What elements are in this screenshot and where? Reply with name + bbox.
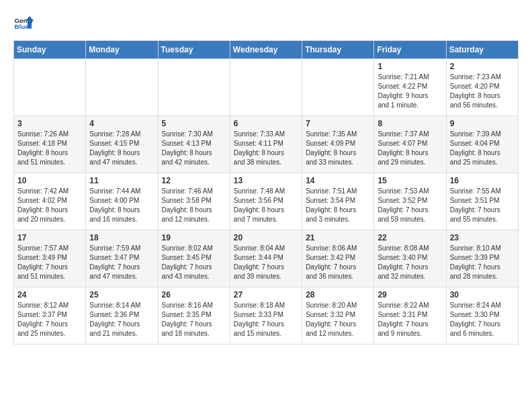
- logo-icon: General Blue: [13, 13, 34, 34]
- calendar-cell: 23Sunrise: 8:10 AM Sunset: 3:39 PM Dayli…: [446, 230, 518, 287]
- day-info: Sunrise: 8:20 AM Sunset: 3:32 PM Dayligh…: [306, 301, 370, 338]
- calendar-cell: 20Sunrise: 8:04 AM Sunset: 3:44 PM Dayli…: [230, 230, 302, 287]
- day-info: Sunrise: 7:23 AM Sunset: 4:20 PM Dayligh…: [450, 73, 515, 110]
- weekday-header-tuesday: Tuesday: [158, 41, 230, 59]
- day-info: Sunrise: 7:44 AM Sunset: 4:00 PM Dayligh…: [89, 187, 154, 224]
- calendar-cell: 22Sunrise: 8:08 AM Sunset: 3:40 PM Dayli…: [374, 230, 446, 287]
- calendar-cell: 12Sunrise: 7:46 AM Sunset: 3:58 PM Dayli…: [158, 173, 230, 230]
- calendar-cell: 1Sunrise: 7:21 AM Sunset: 4:22 PM Daylig…: [374, 59, 446, 116]
- calendar-cell: 21Sunrise: 8:06 AM Sunset: 3:42 PM Dayli…: [302, 230, 374, 287]
- calendar-cell: [302, 59, 374, 116]
- day-info: Sunrise: 7:46 AM Sunset: 3:58 PM Dayligh…: [162, 187, 226, 224]
- day-info: Sunrise: 8:16 AM Sunset: 3:35 PM Dayligh…: [162, 301, 226, 338]
- day-info: Sunrise: 7:33 AM Sunset: 4:11 PM Dayligh…: [234, 130, 298, 167]
- calendar-cell: [14, 59, 86, 116]
- weekday-header-thursday: Thursday: [302, 41, 374, 59]
- day-info: Sunrise: 7:28 AM Sunset: 4:15 PM Dayligh…: [89, 130, 154, 167]
- day-info: Sunrise: 7:26 AM Sunset: 4:18 PM Dayligh…: [17, 130, 82, 167]
- calendar-week-5: 24Sunrise: 8:12 AM Sunset: 3:37 PM Dayli…: [14, 287, 519, 345]
- day-info: Sunrise: 7:59 AM Sunset: 3:47 PM Dayligh…: [89, 244, 154, 281]
- calendar-cell: 9Sunrise: 7:39 AM Sunset: 4:04 PM Daylig…: [446, 116, 518, 173]
- calendar-cell: 29Sunrise: 8:22 AM Sunset: 3:31 PM Dayli…: [374, 287, 446, 345]
- day-info: Sunrise: 8:22 AM Sunset: 3:31 PM Dayligh…: [378, 301, 442, 338]
- calendar-cell: 28Sunrise: 8:20 AM Sunset: 3:32 PM Dayli…: [302, 287, 374, 345]
- calendar-cell: 11Sunrise: 7:44 AM Sunset: 4:00 PM Dayli…: [86, 173, 158, 230]
- day-number: 9: [450, 119, 515, 128]
- day-number: 11: [89, 176, 154, 185]
- day-number: 3: [17, 119, 82, 128]
- svg-text:Blue: Blue: [15, 23, 30, 30]
- day-number: 4: [89, 119, 154, 128]
- day-number: 16: [450, 176, 515, 185]
- day-number: 7: [306, 119, 370, 128]
- day-number: 30: [450, 290, 515, 300]
- day-info: Sunrise: 8:04 AM Sunset: 3:44 PM Dayligh…: [234, 244, 298, 281]
- calendar-cell: 2Sunrise: 7:23 AM Sunset: 4:20 PM Daylig…: [446, 59, 518, 116]
- calendar-table: SundayMondayTuesdayWednesdayThursdayFrid…: [13, 40, 519, 345]
- day-number: 29: [378, 290, 442, 300]
- day-number: 17: [17, 233, 82, 242]
- calendar-cell: 10Sunrise: 7:42 AM Sunset: 4:02 PM Dayli…: [14, 173, 86, 230]
- calendar-cell: 7Sunrise: 7:35 AM Sunset: 4:09 PM Daylig…: [302, 116, 374, 173]
- day-info: Sunrise: 8:14 AM Sunset: 3:36 PM Dayligh…: [89, 301, 154, 338]
- calendar-cell: 26Sunrise: 8:16 AM Sunset: 3:35 PM Dayli…: [158, 287, 230, 345]
- day-number: 25: [89, 290, 154, 300]
- day-number: 6: [234, 119, 298, 128]
- calendar-cell: 5Sunrise: 7:30 AM Sunset: 4:13 PM Daylig…: [158, 116, 230, 173]
- weekday-header-saturday: Saturday: [446, 41, 518, 59]
- weekday-header-monday: Monday: [86, 41, 158, 59]
- page-header: General Blue: [13, 13, 519, 34]
- day-number: 5: [162, 119, 226, 128]
- day-number: 22: [378, 233, 442, 242]
- day-number: 26: [162, 290, 226, 300]
- calendar-cell: 14Sunrise: 7:51 AM Sunset: 3:54 PM Dayli…: [302, 173, 374, 230]
- day-info: Sunrise: 8:24 AM Sunset: 3:30 PM Dayligh…: [450, 301, 515, 338]
- weekday-header-wednesday: Wednesday: [230, 41, 302, 59]
- day-info: Sunrise: 7:30 AM Sunset: 4:13 PM Dayligh…: [162, 130, 226, 167]
- day-info: Sunrise: 7:39 AM Sunset: 4:04 PM Dayligh…: [450, 130, 515, 167]
- calendar-cell: 13Sunrise: 7:48 AM Sunset: 3:56 PM Dayli…: [230, 173, 302, 230]
- day-info: Sunrise: 8:18 AM Sunset: 3:33 PM Dayligh…: [234, 301, 298, 338]
- day-info: Sunrise: 7:37 AM Sunset: 4:07 PM Dayligh…: [378, 130, 442, 167]
- day-number: 28: [306, 290, 370, 300]
- day-info: Sunrise: 8:06 AM Sunset: 3:42 PM Dayligh…: [306, 244, 370, 281]
- calendar-cell: 18Sunrise: 7:59 AM Sunset: 3:47 PM Dayli…: [86, 230, 158, 287]
- calendar-cell: 25Sunrise: 8:14 AM Sunset: 3:36 PM Dayli…: [86, 287, 158, 345]
- day-number: 24: [17, 290, 82, 300]
- weekday-header-sunday: Sunday: [14, 41, 86, 59]
- day-info: Sunrise: 8:10 AM Sunset: 3:39 PM Dayligh…: [450, 244, 515, 281]
- day-number: 2: [450, 62, 515, 71]
- day-number: 19: [162, 233, 226, 242]
- calendar-week-3: 10Sunrise: 7:42 AM Sunset: 4:02 PM Dayli…: [14, 173, 519, 230]
- day-number: 1: [378, 62, 442, 71]
- calendar-cell: 15Sunrise: 7:53 AM Sunset: 3:52 PM Dayli…: [374, 173, 446, 230]
- day-info: Sunrise: 8:12 AM Sunset: 3:37 PM Dayligh…: [17, 301, 82, 338]
- day-number: 18: [89, 233, 154, 242]
- day-info: Sunrise: 7:21 AM Sunset: 4:22 PM Dayligh…: [378, 73, 442, 110]
- day-number: 27: [234, 290, 298, 300]
- calendar-cell: 30Sunrise: 8:24 AM Sunset: 3:30 PM Dayli…: [446, 287, 518, 345]
- day-number: 15: [378, 176, 442, 185]
- weekday-header-friday: Friday: [374, 41, 446, 59]
- calendar-cell: 27Sunrise: 8:18 AM Sunset: 3:33 PM Dayli…: [230, 287, 302, 345]
- calendar-cell: 19Sunrise: 8:02 AM Sunset: 3:45 PM Dayli…: [158, 230, 230, 287]
- calendar-cell: 16Sunrise: 7:55 AM Sunset: 3:51 PM Dayli…: [446, 173, 518, 230]
- day-info: Sunrise: 7:57 AM Sunset: 3:49 PM Dayligh…: [17, 244, 82, 281]
- calendar-cell: 4Sunrise: 7:28 AM Sunset: 4:15 PM Daylig…: [86, 116, 158, 173]
- calendar-cell: [86, 59, 158, 116]
- day-info: Sunrise: 7:53 AM Sunset: 3:52 PM Dayligh…: [378, 187, 442, 224]
- day-info: Sunrise: 7:55 AM Sunset: 3:51 PM Dayligh…: [450, 187, 515, 224]
- day-number: 14: [306, 176, 370, 185]
- logo: General Blue: [13, 13, 34, 34]
- day-number: 20: [234, 233, 298, 242]
- calendar-week-4: 17Sunrise: 7:57 AM Sunset: 3:49 PM Dayli…: [14, 230, 519, 287]
- calendar-cell: 17Sunrise: 7:57 AM Sunset: 3:49 PM Dayli…: [14, 230, 86, 287]
- day-number: 8: [378, 119, 442, 128]
- calendar-header-row: SundayMondayTuesdayWednesdayThursdayFrid…: [14, 41, 519, 59]
- day-info: Sunrise: 7:35 AM Sunset: 4:09 PM Dayligh…: [306, 130, 370, 167]
- calendar-week-2: 3Sunrise: 7:26 AM Sunset: 4:18 PM Daylig…: [14, 116, 519, 173]
- day-info: Sunrise: 8:08 AM Sunset: 3:40 PM Dayligh…: [378, 244, 442, 281]
- day-number: 21: [306, 233, 370, 242]
- day-number: 23: [450, 233, 515, 242]
- day-info: Sunrise: 7:48 AM Sunset: 3:56 PM Dayligh…: [234, 187, 298, 224]
